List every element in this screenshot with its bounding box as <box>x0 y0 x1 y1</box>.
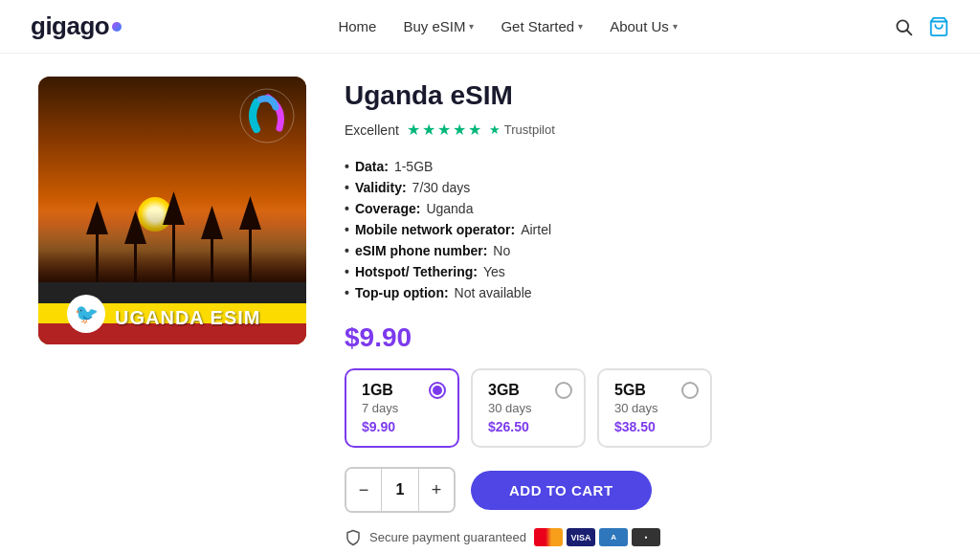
header: gigago Home Buy eSIM ▾ Get Started ▾ Abo… <box>0 0 980 54</box>
stars: ★ ★ ★ ★ ★ <box>407 121 481 139</box>
other-payment-icon: ▪ <box>632 528 660 546</box>
spec-value: No <box>493 243 510 258</box>
logo-text: gigago <box>31 11 109 41</box>
radio-inner <box>433 386 442 395</box>
plan-price: $38.50 <box>614 419 695 434</box>
spec-label: Coverage: <box>355 201 420 216</box>
radio-outer <box>555 382 572 399</box>
spec-item: Coverage: Uganda <box>345 198 942 219</box>
about-us-chevron-icon: ▾ <box>673 21 678 32</box>
product-info: Uganda eSIM Excellent ★ ★ ★ ★ ★ ★ Trustp… <box>345 77 942 546</box>
quantity-control: − 1 + <box>345 467 456 513</box>
nav-home[interactable]: Home <box>338 18 376 34</box>
mastercard-icon <box>534 528 563 546</box>
star-1: ★ <box>407 121 420 139</box>
spec-value: Airtel <box>521 222 551 237</box>
spec-item: eSIM phone number: No <box>345 240 942 261</box>
spec-value: Uganda <box>426 201 473 216</box>
spec-value: 7/30 days <box>412 180 471 195</box>
nav-buy-esim[interactable]: Buy eSIM ▾ <box>403 18 474 34</box>
spec-label: Top-up option: <box>355 285 449 300</box>
nav-about-us[interactable]: About Us ▾ <box>610 18 678 34</box>
spec-item: Top-up option: Not available <box>345 282 942 303</box>
brand-badge-svg <box>239 88 295 144</box>
secure-label: Secure payment guaranteed <box>369 530 526 544</box>
spec-label: Validity: <box>355 180 407 195</box>
amex-icon: A <box>599 528 628 546</box>
nav-get-started[interactable]: Get Started ▾ <box>501 18 583 34</box>
spec-item: Data: 1-5GB <box>345 156 942 177</box>
radio-outer <box>429 382 446 399</box>
payment-icons: VISA A ▪ <box>534 528 660 546</box>
quantity-increase-button[interactable]: + <box>419 469 454 511</box>
spec-label: Data: <box>355 159 389 174</box>
plan-validity: 30 days <box>614 401 695 415</box>
main-nav: Home Buy eSIM ▾ Get Started ▾ About Us ▾ <box>338 18 677 34</box>
star-2: ★ <box>422 121 435 139</box>
shield-icon <box>345 529 362 546</box>
spec-item: Validity: 7/30 days <box>345 177 942 198</box>
trustpilot-icon: ★ <box>489 122 501 137</box>
star-3: ★ <box>437 121 451 139</box>
plan-validity: 7 days <box>362 401 442 415</box>
plan-card[interactable]: 1GB 7 days $9.90 <box>345 368 459 448</box>
spec-value: Not available <box>455 285 532 300</box>
flag-strip: 🐦 UGANDA ESIM <box>38 282 306 344</box>
plan-price: $26.50 <box>488 419 568 434</box>
spec-label: Hotspot/ Tethering: <box>355 264 478 279</box>
cart-icon <box>928 16 949 37</box>
nav-icons <box>894 16 949 37</box>
quantity-value: 1 <box>381 469 419 511</box>
rating-row: Excellent ★ ★ ★ ★ ★ ★ Trustpilot <box>345 121 942 139</box>
search-icon <box>894 17 913 36</box>
product-title: Uganda eSIM <box>345 80 942 111</box>
rating-label: Excellent <box>345 122 399 138</box>
star-5: ★ <box>468 121 481 139</box>
plan-card[interactable]: 5GB 30 days $38.50 <box>597 368 712 448</box>
plan-radio <box>681 382 699 399</box>
spec-value: Yes <box>483 264 505 279</box>
radio-outer <box>681 382 699 399</box>
main-content: 🐦 UGANDA ESIM Uganda eSIM Excellent ★ ★ … <box>0 54 980 553</box>
tree-2 <box>134 239 137 287</box>
buy-esim-chevron-icon: ▾ <box>469 21 474 32</box>
product-price: $9.90 <box>345 322 942 353</box>
plan-validity: 30 days <box>488 401 568 415</box>
logo[interactable]: gigago <box>31 11 122 41</box>
plan-card[interactable]: 3GB 30 days $26.50 <box>471 368 586 448</box>
spec-item: Hotspot/ Tethering: Yes <box>345 261 942 282</box>
action-row: − 1 + ADD TO CART <box>345 467 942 513</box>
plan-radio <box>555 382 572 399</box>
search-button[interactable] <box>894 17 913 36</box>
get-started-chevron-icon: ▾ <box>578 21 583 32</box>
trustpilot-label: Trustpilot <box>504 122 555 137</box>
brand-badge <box>239 88 295 147</box>
spec-item: Mobile network operator: Airtel <box>345 219 942 240</box>
flag-circle: 🐦 <box>67 295 105 333</box>
tree-1 <box>96 230 99 287</box>
logo-dot <box>112 22 122 32</box>
add-to-cart-button[interactable]: ADD TO CART <box>471 471 652 510</box>
visa-icon: VISA <box>567 528 595 546</box>
cart-button[interactable] <box>928 16 949 37</box>
flag-label: UGANDA ESIM <box>115 307 306 329</box>
secure-payment-row: Secure payment guaranteed VISA A ▪ <box>345 528 942 546</box>
spec-label: Mobile network operator: <box>355 222 515 237</box>
product-image-container: 🐦 UGANDA ESIM <box>38 77 306 344</box>
specs-list: Data: 1-5GBValidity: 7/30 daysCoverage: … <box>345 156 942 303</box>
star-4: ★ <box>453 121 466 139</box>
svg-line-1 <box>907 30 912 34</box>
tree-3 <box>172 220 175 287</box>
plan-radio <box>429 382 446 399</box>
plan-price: $9.90 <box>362 419 442 434</box>
trustpilot-badge: ★ Trustpilot <box>489 122 555 137</box>
tree-4 <box>211 234 213 287</box>
tree-5 <box>249 225 252 287</box>
spec-value: 1-5GB <box>394 159 433 174</box>
quantity-decrease-button[interactable]: − <box>346 469 381 511</box>
spec-label: eSIM phone number: <box>355 243 487 258</box>
plan-options: 1GB 7 days $9.90 3GB 30 days $26.50 5GB … <box>345 368 942 448</box>
